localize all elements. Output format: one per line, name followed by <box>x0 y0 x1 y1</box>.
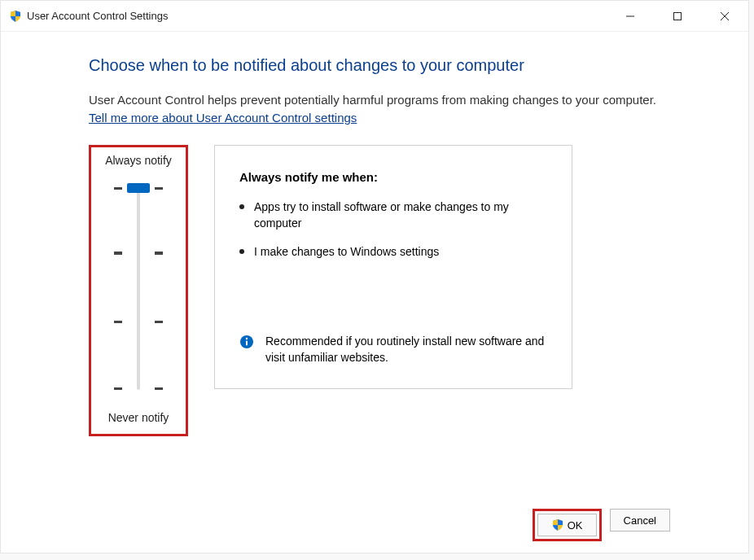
bullet-icon <box>239 204 244 209</box>
shield-icon <box>9 10 22 23</box>
cancel-button[interactable]: Cancel <box>610 509 670 532</box>
description-list: Apps try to install software or make cha… <box>239 199 547 260</box>
svg-point-6 <box>246 338 248 339</box>
slider-thumb[interactable] <box>127 183 150 193</box>
uac-settings-window: User Account Control Settings Choose whe… <box>0 0 749 553</box>
description-title: Always notify me when: <box>239 170 547 184</box>
titlebar: User Account Control Settings <box>1 1 748 32</box>
svg-rect-1 <box>674 12 682 20</box>
main-row: Always notify Never notify Always notify… <box>89 145 716 436</box>
bullet-icon <box>239 249 244 254</box>
recommendation-row: Recommended if you routinely install new… <box>239 333 547 366</box>
slider-label-always: Always notify <box>99 154 178 167</box>
ok-button-label: OK <box>568 519 583 532</box>
ok-highlight: OK <box>533 509 602 541</box>
list-item: I make changes to Windows settings <box>239 243 547 260</box>
help-link[interactable]: Tell me more about User Account Control … <box>89 111 357 125</box>
window-controls <box>607 1 748 31</box>
slider-track-wrap[interactable] <box>114 183 163 395</box>
minimize-button[interactable] <box>607 1 654 32</box>
recommendation-text: Recommended if you routinely install new… <box>265 333 547 366</box>
cancel-button-label: Cancel <box>624 514 656 527</box>
slider-label-never: Never notify <box>99 411 178 424</box>
info-icon <box>239 335 254 349</box>
description-box: Always notify me when: Apps try to insta… <box>214 145 572 389</box>
notification-slider-panel: Always notify Never notify <box>89 145 188 436</box>
svg-rect-5 <box>246 340 248 345</box>
close-button[interactable] <box>701 1 748 32</box>
maximize-button[interactable] <box>654 1 701 32</box>
list-item-text: Apps try to install software or make cha… <box>254 199 547 232</box>
slider-track <box>137 188 140 390</box>
ok-button[interactable]: OK <box>537 514 597 536</box>
window-title: User Account Control Settings <box>22 10 607 22</box>
page-heading: Choose when to be notified about changes… <box>89 56 716 75</box>
shield-icon <box>551 518 564 532</box>
footer-buttons: OK Cancel <box>533 509 670 541</box>
list-item-text: I make changes to Windows settings <box>254 243 439 260</box>
content-area: Choose when to be notified about changes… <box>1 32 748 461</box>
list-item: Apps try to install software or make cha… <box>239 199 547 232</box>
page-subheading: User Account Control helps prevent poten… <box>89 93 716 107</box>
